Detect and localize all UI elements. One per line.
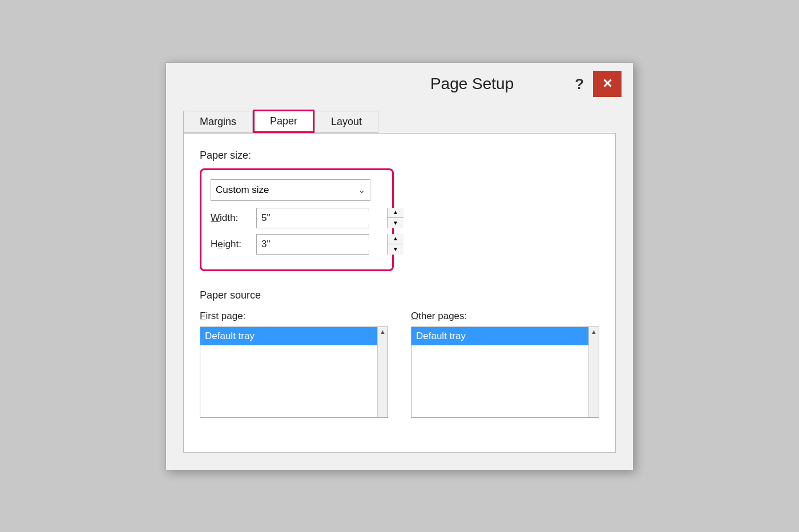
chevron-down-icon: ⌄ — [358, 186, 365, 195]
paper-size-label: Paper size: — [200, 150, 599, 162]
width-label: Width: — [211, 212, 256, 224]
first-page-scrollbar: ▲ — [377, 327, 388, 417]
height-input[interactable] — [257, 239, 387, 250]
first-page-default-tray[interactable]: Default tray — [200, 327, 388, 345]
close-button[interactable]: ✕ — [593, 71, 622, 97]
other-pages-list[interactable]: Default tray ▲ — [411, 327, 599, 418]
height-spinner-buttons: ▲ ▼ — [387, 234, 403, 255]
width-spinner: ▲ ▼ — [256, 208, 369, 228]
page-setup-dialog: Page Setup ? ✕ Margins Paper Layout Pape… — [166, 62, 633, 470]
height-increment-button[interactable]: ▲ — [388, 234, 403, 245]
scroll-up-icon-2[interactable]: ▲ — [591, 328, 597, 335]
paper-source-section: Paper source First page: Default tray ▲ — [200, 289, 599, 418]
width-spinner-buttons: ▲ ▼ — [387, 208, 403, 228]
paper-size-dropdown[interactable]: Custom size ⌄ — [211, 179, 370, 201]
other-pages-col: Other pages: Default tray ▲ — [411, 311, 599, 418]
dropdown-value: Custom size — [216, 184, 269, 196]
width-input[interactable] — [257, 212, 387, 224]
paper-size-box: Custom size ⌄ Width: ▲ ▼ — [200, 168, 394, 271]
other-pages-scrollbar: ▲ — [588, 327, 599, 417]
tab-layout[interactable]: Layout — [314, 111, 378, 133]
title-bar-controls: ? ✕ — [570, 71, 622, 97]
first-page-col: First page: Default tray ▲ — [200, 311, 388, 418]
paper-source-label: Paper source — [200, 289, 599, 301]
first-page-list[interactable]: Default tray ▲ — [200, 327, 388, 418]
width-decrement-button[interactable]: ▼ — [388, 218, 403, 228]
dialog-content: Margins Paper Layout Paper size: Custom … — [166, 105, 633, 470]
height-row: Height: ▲ ▼ — [211, 234, 383, 255]
scroll-up-icon[interactable]: ▲ — [380, 328, 386, 335]
tab-paper[interactable]: Paper — [253, 110, 314, 133]
dropdown-row: Custom size ⌄ — [211, 179, 383, 201]
width-row: Width: ▲ ▼ — [211, 208, 383, 228]
tab-panel-paper: Paper size: Custom size ⌄ Width: — [183, 133, 616, 453]
width-increment-button[interactable]: ▲ — [388, 208, 403, 219]
dialog-title: Page Setup — [374, 75, 570, 93]
title-bar: Page Setup ? ✕ — [166, 63, 633, 105]
help-button[interactable]: ? — [570, 76, 588, 91]
source-columns: First page: Default tray ▲ Other pages: — [200, 311, 599, 418]
height-label: Height: — [211, 239, 256, 250]
height-decrement-button[interactable]: ▼ — [388, 244, 403, 255]
height-spinner: ▲ ▼ — [256, 234, 369, 255]
other-pages-default-tray[interactable]: Default tray — [411, 327, 599, 345]
first-page-label: First page: — [200, 311, 388, 322]
other-pages-label: Other pages: — [411, 311, 599, 322]
tab-bar: Margins Paper Layout — [183, 105, 616, 133]
tab-margins[interactable]: Margins — [183, 111, 253, 133]
